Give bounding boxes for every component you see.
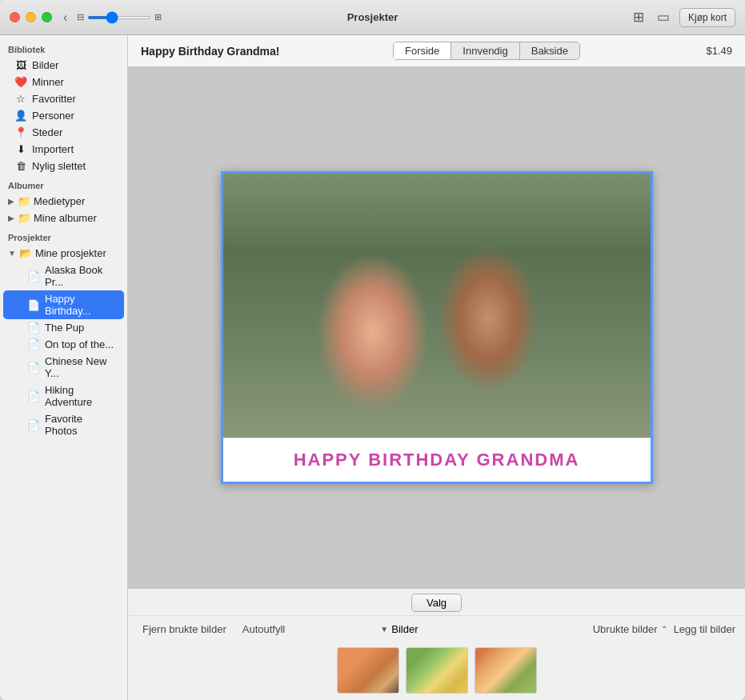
sidebar-item-happy-birthday[interactable]: 📄 Happy Birthday... [3, 290, 124, 319]
sidebar-item-steder[interactable]: 📍 Steder [3, 124, 124, 141]
favorites-icon: ☆ [14, 93, 27, 105]
sidebar-item-favorite-photos[interactable]: 📄 Favorite Photos [3, 410, 124, 439]
card-icon-hiking: 📄 [27, 390, 40, 402]
photo-content [223, 174, 651, 438]
sidebar-item-importert[interactable]: ⬇ Importert [3, 141, 124, 158]
chevron-right-icon: ▶ [8, 197, 14, 206]
sidebar-toggle-button[interactable]: ▭ [654, 7, 673, 27]
controls-row: Fjern brukte bilder Autoutfyll ▼ Bilder … [128, 616, 745, 642]
card-icon-pup: 📄 [27, 322, 40, 334]
close-button[interactable] [10, 12, 20, 22]
folder-icon-2: 📁 [18, 212, 30, 224]
chevron-down-icon: ▼ [8, 249, 16, 258]
library-section-label: Bibliotek [0, 38, 127, 57]
zoom-slider[interactable] [87, 16, 151, 19]
sidebar-item-nylig-slettet[interactable]: 🗑 Nylig slettet [3, 158, 124, 174]
zoom-control: ⊟ ⊞ [77, 12, 162, 22]
controls-top: Valg [128, 589, 745, 616]
window-title: Prosjekter [347, 11, 399, 23]
sidebar-item-favoritter[interactable]: ☆ Favoritter [3, 90, 124, 107]
right-panel: Happy Birthday Grandma! Forside Innvendi… [128, 35, 745, 700]
sidebar-item-hiking[interactable]: 📄 Hiking Adventure [3, 382, 124, 410]
project-header: Happy Birthday Grandma! Forside Innvendi… [128, 35, 745, 67]
thumbnail-2[interactable] [406, 647, 468, 694]
autofill-button[interactable]: Autoutfyll [238, 621, 290, 638]
thumbnail-3[interactable] [475, 647, 537, 694]
add-images-button[interactable]: Legg til bilder [674, 623, 735, 635]
sidebar-item-chinese-new-y[interactable]: 📄 Chinese New Y... [3, 353, 124, 382]
trash-icon: 🗑 [14, 160, 27, 172]
sidebar-item-the-pup[interactable]: 📄 The Pup [3, 319, 124, 336]
sidebar-label-bilder: Bilder [32, 59, 58, 71]
minimize-button[interactable] [26, 12, 36, 22]
back-button[interactable]: ‹ [60, 10, 70, 25]
project-title: Happy Birthday Grandma! [141, 45, 279, 58]
unused-images-button[interactable]: Ubrukte bilder ⌃ [593, 623, 667, 635]
sidebar-item-alaska[interactable]: 📄 Alaska Book Pr... [3, 262, 124, 290]
card-icon-chinese: 📄 [27, 362, 40, 374]
sidebar-label-on-top: On top of the... [45, 338, 114, 350]
unused-label: Ubrukte bilder [593, 623, 658, 635]
folder-icon: 📁 [18, 195, 30, 207]
canvas-area[interactable]: HAPPY BIRTHDAY GRANDMA [128, 67, 745, 588]
valg-button[interactable]: Valg [411, 594, 462, 612]
folder-open-icon: 📂 [19, 247, 32, 259]
grid-view-button[interactable]: ⊞ [630, 7, 647, 27]
titlebar: ‹ ⊟ ⊞ Prosjekter ⊞ ▭ Kjøp kort [0, 0, 745, 35]
sidebar-label-minner: Minner [32, 76, 64, 88]
buy-button[interactable]: Kjøp kort [679, 8, 735, 27]
main-window: ‹ ⊟ ⊞ Prosjekter ⊞ ▭ Kjøp kort Bibliotek… [0, 0, 745, 700]
card-icon-birthday: 📄 [27, 299, 40, 311]
zoom-in-icon: ⊞ [154, 12, 162, 22]
sidebar-item-on-top[interactable]: 📄 On top of the... [3, 336, 124, 353]
sidebar-label-hiking: Hiking Adventure [45, 384, 116, 408]
view-tabs: Forside Innvendig Bakside [393, 42, 580, 60]
sidebar-label-alaska: Alaska Book Pr... [45, 264, 116, 288]
sidebar-item-medietyper[interactable]: ▶ 📁 Medietyper [3, 193, 124, 210]
card-icon-top: 📄 [27, 338, 40, 350]
sidebar-label-medietyper: Medietyper [34, 195, 85, 207]
fullscreen-button[interactable] [42, 12, 52, 22]
people-icon: 👤 [14, 110, 27, 122]
sidebar-label-steder: Steder [32, 126, 62, 138]
sidebar-label-happy-birthday: Happy Birthday... [45, 293, 116, 317]
import-icon: ⬇ [14, 143, 27, 155]
memories-icon: ❤️ [14, 76, 27, 88]
sidebar-item-mine-prosjekter[interactable]: ▼ 📂 Mine prosjekter [3, 245, 124, 262]
sidebar-label-nylig-slettet: Nylig slettet [32, 160, 86, 172]
places-icon: 📍 [14, 126, 27, 138]
tab-bakside[interactable]: Bakside [520, 42, 579, 59]
images-dropdown[interactable]: ▼ Bilder [380, 623, 418, 635]
thumbnails-row [128, 642, 745, 700]
sidebar-item-minner[interactable]: ❤️ Minner [3, 74, 124, 90]
card-icon-favorite: 📄 [27, 419, 40, 431]
thumbnail-1[interactable] [337, 647, 399, 694]
remove-used-button[interactable]: Fjern brukte bilder [138, 621, 231, 638]
sidebar-label-importert: Importert [32, 143, 74, 155]
sidebar-item-personer[interactable]: 👤 Personer [3, 107, 124, 124]
chevron-down-icon-images: ▼ [380, 625, 388, 634]
photos-icon: 🖼 [14, 59, 27, 71]
zoom-out-icon: ⊟ [77, 12, 84, 22]
sidebar-item-mine-albumer[interactable]: ▶ 📁 Mine albumer [3, 210, 124, 226]
sidebar-label-mine-albumer: Mine albumer [34, 212, 97, 224]
tab-innvendig[interactable]: Innvendig [451, 42, 519, 59]
albums-section-label: Albumer [0, 174, 127, 193]
sidebar-label-favoritter: Favoritter [32, 93, 76, 105]
chevron-up-icon: ⌃ [661, 625, 667, 634]
images-label: Bilder [391, 623, 418, 635]
bottom-controls: Valg Fjern brukte bilder Autoutfyll ▼ Bi… [128, 588, 745, 700]
sidebar-item-bilder[interactable]: 🖼 Bilder [3, 57, 124, 74]
card-photo[interactable] [223, 174, 651, 438]
traffic-lights [10, 12, 52, 22]
projects-section-label: Prosjekter [0, 226, 127, 245]
sidebar-label-personer: Personer [32, 110, 74, 122]
card-text-area: HAPPY BIRTHDAY GRANDMA [223, 438, 651, 482]
card[interactable]: HAPPY BIRTHDAY GRANDMA [221, 171, 653, 484]
chevron-right-icon-2: ▶ [8, 214, 14, 222]
card-icon-alaska: 📄 [27, 270, 40, 282]
tab-forside[interactable]: Forside [394, 42, 451, 59]
sidebar-label-favorite-photos: Favorite Photos [45, 413, 116, 437]
content-area: Bibliotek 🖼 Bilder ❤️ Minner ☆ Favoritte… [0, 35, 745, 700]
sidebar-label-the-pup: The Pup [45, 322, 84, 334]
